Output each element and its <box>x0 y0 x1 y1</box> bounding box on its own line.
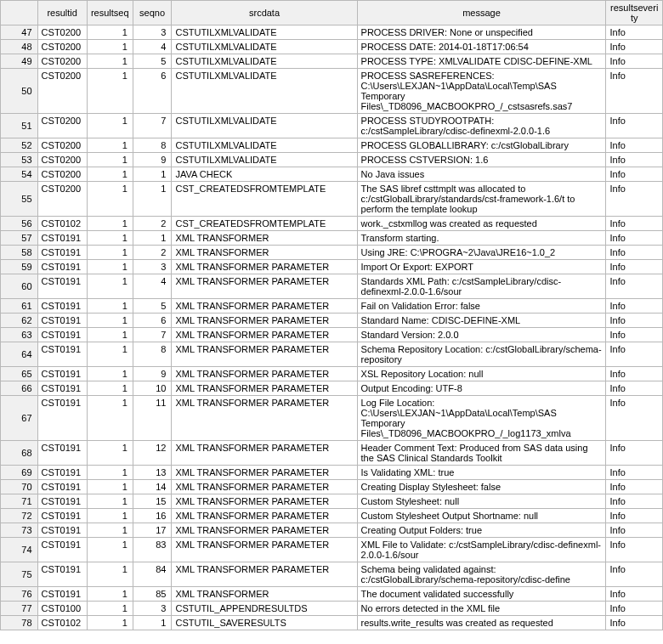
cell-srcdata[interactable]: CST_CREATEDSFROMTEMPLATE <box>172 182 357 217</box>
cell-srcdata[interactable]: XML TRANSFORMER PARAMETER <box>172 342 357 367</box>
col-resultseq[interactable]: resultseq <box>87 1 133 25</box>
cell-resultid[interactable]: CST0191 <box>37 314 87 328</box>
col-message[interactable]: message <box>357 1 606 25</box>
cell-message[interactable]: Transform starting. <box>357 231 606 246</box>
cell-resultseq[interactable]: 1 <box>87 314 133 328</box>
cell-resultid[interactable]: CST0200 <box>37 167 87 182</box>
row-number[interactable]: 49 <box>1 54 38 69</box>
cell-message[interactable]: Import Or Export: EXPORT <box>357 260 606 274</box>
cell-resultid[interactable]: CST0200 <box>37 69 87 114</box>
cell-resultseverity[interactable]: Info <box>606 466 663 480</box>
cell-seqno[interactable]: 3 <box>133 25 172 40</box>
cell-resultseverity[interactable]: Info <box>606 367 663 381</box>
cell-resultid[interactable]: CST0191 <box>37 562 87 587</box>
cell-resultseverity[interactable]: Info <box>606 562 663 587</box>
cell-message[interactable]: PROCESS DRIVER: None or unspecified <box>357 25 606 40</box>
cell-message[interactable]: PROCESS DATE: 2014-01-18T17:06:54 <box>357 40 606 54</box>
table-row[interactable]: 47CST020013CSTUTILXMLVALIDATEPROCESS DRI… <box>1 25 663 40</box>
row-number[interactable]: 69 <box>1 466 38 480</box>
cell-message[interactable]: PROCESS GLOBALLIBRARY: c:/cstGlobalLibra… <box>357 138 606 153</box>
cell-message[interactable]: Standard Version: 2.0.0 <box>357 328 606 342</box>
cell-resultseq[interactable]: 1 <box>87 523 133 538</box>
table-row[interactable]: 51CST020017CSTUTILXMLVALIDATEPROCESS STU… <box>1 114 663 138</box>
cell-message[interactable]: XSL Repository Location: null <box>357 367 606 381</box>
cell-message[interactable]: PROCESS TYPE: XMLVALIDATE CDISC-DEFINE-X… <box>357 54 606 69</box>
cell-resultseverity[interactable]: Info <box>606 246 663 260</box>
cell-seqno[interactable]: 84 <box>133 562 172 587</box>
cell-resultseverity[interactable]: Info <box>606 342 663 367</box>
row-number[interactable]: 66 <box>1 381 38 396</box>
cell-message[interactable]: Custom Stylesheet Output Shortname: null <box>357 509 606 523</box>
cell-message[interactable]: PROCESS SASREFERENCES: C:\Users\LEXJAN~1… <box>357 69 606 114</box>
cell-message[interactable]: Header Comment Text: Produced from SAS d… <box>357 441 606 466</box>
cell-message[interactable]: Log File Location: C:\Users\LEXJAN~1\App… <box>357 396 606 441</box>
col-resultseverity[interactable]: resultseverity <box>606 1 663 25</box>
cell-srcdata[interactable]: XML TRANSFORMER PARAMETER <box>172 396 357 441</box>
cell-seqno[interactable]: 2 <box>133 246 172 260</box>
cell-resultseverity[interactable]: Info <box>606 587 663 602</box>
cell-seqno[interactable]: 85 <box>133 587 172 602</box>
cell-resultid[interactable]: CST0200 <box>37 153 87 167</box>
table-row[interactable]: 57CST019111XML TRANSFORMERTransform star… <box>1 231 663 246</box>
cell-message[interactable]: Using JRE: C:\PROGRA~2\Java\JRE16~1.0_2 <box>357 246 606 260</box>
row-number[interactable]: 54 <box>1 167 38 182</box>
cell-srcdata[interactable]: XML TRANSFORMER PARAMETER <box>172 509 357 523</box>
row-number[interactable]: 65 <box>1 367 38 381</box>
cell-srcdata[interactable]: XML TRANSFORMER PARAMETER <box>172 314 357 328</box>
cell-message[interactable]: PROCESS STUDYROOTPATH: c:/cstSampleLibra… <box>357 114 606 138</box>
cell-srcdata[interactable]: XML TRANSFORMER PARAMETER <box>172 260 357 274</box>
cell-resultseq[interactable]: 1 <box>87 616 133 630</box>
row-number[interactable]: 71 <box>1 494 38 509</box>
table-row[interactable]: 74CST0191183XML TRANSFORMER PARAMETERXML… <box>1 538 663 562</box>
cell-resultseverity[interactable]: Info <box>606 217 663 231</box>
table-row[interactable]: 56CST010212CST_CREATEDSFROMTEMPLATEwork.… <box>1 217 663 231</box>
cell-resultid[interactable]: CST0200 <box>37 114 87 138</box>
cell-srcdata[interactable]: CSTUTILXMLVALIDATE <box>172 153 357 167</box>
cell-resultseverity[interactable]: Info <box>606 314 663 328</box>
cell-resultid[interactable]: CST0191 <box>37 523 87 538</box>
row-number[interactable]: 63 <box>1 328 38 342</box>
cell-srcdata[interactable]: XML TRANSFORMER <box>172 587 357 602</box>
cell-resultid[interactable]: CST0191 <box>37 299 87 314</box>
cell-resultseq[interactable]: 1 <box>87 538 133 562</box>
cell-resultid[interactable]: CST0191 <box>37 494 87 509</box>
cell-seqno[interactable]: 16 <box>133 509 172 523</box>
row-number[interactable]: 48 <box>1 40 38 54</box>
cell-resultseq[interactable]: 1 <box>87 466 133 480</box>
cell-seqno[interactable]: 3 <box>133 260 172 274</box>
cell-resultid[interactable]: CST0102 <box>37 616 87 630</box>
cell-seqno[interactable]: 8 <box>133 342 172 367</box>
cell-seqno[interactable]: 5 <box>133 299 172 314</box>
table-row[interactable]: 63CST019117XML TRANSFORMER PARAMETERStan… <box>1 328 663 342</box>
cell-srcdata[interactable]: XML TRANSFORMER PARAMETER <box>172 274 357 299</box>
table-row[interactable]: 52CST020018CSTUTILXMLVALIDATEPROCESS GLO… <box>1 138 663 153</box>
cell-resultid[interactable]: CST0191 <box>37 587 87 602</box>
cell-resultseq[interactable]: 1 <box>87 342 133 367</box>
row-number[interactable]: 55 <box>1 182 38 217</box>
cell-resultseverity[interactable]: Info <box>606 328 663 342</box>
row-number[interactable]: 56 <box>1 217 38 231</box>
cell-message[interactable]: The document validated successfully <box>357 587 606 602</box>
table-row[interactable]: 60CST019114XML TRANSFORMER PARAMETERStan… <box>1 274 663 299</box>
cell-srcdata[interactable]: CSTUTILXMLVALIDATE <box>172 138 357 153</box>
cell-resultseq[interactable]: 1 <box>87 153 133 167</box>
cell-seqno[interactable]: 7 <box>133 114 172 138</box>
cell-resultseverity[interactable]: Info <box>606 441 663 466</box>
cell-resultid[interactable]: CST0191 <box>37 509 87 523</box>
cell-seqno[interactable]: 9 <box>133 367 172 381</box>
cell-resultseq[interactable]: 1 <box>87 54 133 69</box>
row-number[interactable]: 47 <box>1 25 38 40</box>
cell-resultseverity[interactable]: Info <box>606 153 663 167</box>
cell-srcdata[interactable]: CSTUTILXMLVALIDATE <box>172 69 357 114</box>
cell-resultid[interactable]: CST0191 <box>37 328 87 342</box>
cell-message[interactable]: The SAS libref csttmplt was allocated to… <box>357 182 606 217</box>
cell-seqno[interactable]: 6 <box>133 69 172 114</box>
cell-resultid[interactable]: CST0200 <box>37 25 87 40</box>
cell-resultid[interactable]: CST0191 <box>37 441 87 466</box>
cell-resultseq[interactable]: 1 <box>87 441 133 466</box>
cell-resultseq[interactable]: 1 <box>87 587 133 602</box>
cell-resultid[interactable]: CST0191 <box>37 246 87 260</box>
cell-resultid[interactable]: CST0200 <box>37 40 87 54</box>
cell-resultid[interactable]: CST0191 <box>37 466 87 480</box>
table-row[interactable]: 68CST0191112XML TRANSFORMER PARAMETERHea… <box>1 441 663 466</box>
